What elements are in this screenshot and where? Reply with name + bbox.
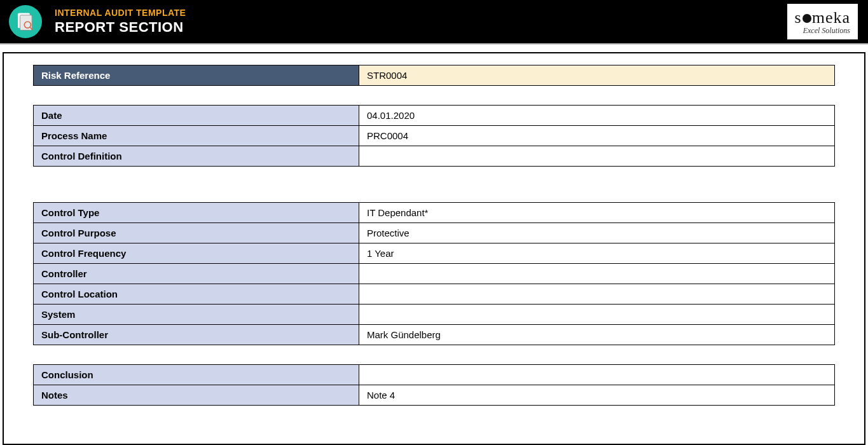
risk-reference-value[interactable]: STR0004 xyxy=(359,65,835,86)
control-type-label: Control Type xyxy=(34,203,359,223)
header-subtitle: INTERNAL AUDIT TEMPLATE xyxy=(55,8,186,18)
header-title: REPORT SECTION xyxy=(55,19,186,36)
table-row: Sub-Controller Mark Gündelberg xyxy=(34,325,835,345)
table-row: Control Frequency 1 Year xyxy=(34,243,835,264)
system-label: System xyxy=(34,305,359,325)
control-definition-value[interactable] xyxy=(359,146,835,167)
table-row: Process Name PRC0004 xyxy=(34,126,835,146)
table-row: Control Definition xyxy=(34,146,835,167)
header-titles: INTERNAL AUDIT TEMPLATE REPORT SECTION xyxy=(55,8,186,36)
notes-label: Notes xyxy=(34,385,359,406)
table-row: Control Type IT Dependant* xyxy=(34,203,835,223)
table-row: System xyxy=(34,305,835,325)
notes-value[interactable]: Note 4 xyxy=(359,385,835,406)
control-type-value[interactable]: IT Dependant* xyxy=(359,203,835,223)
control-location-value[interactable] xyxy=(359,284,835,305)
risk-reference-table: Risk Reference STR0004 xyxy=(33,65,835,86)
sub-controller-label: Sub-Controller xyxy=(34,325,359,345)
sub-controller-value[interactable]: Mark Gündelberg xyxy=(359,325,835,345)
table-row: Control Purpose Protective xyxy=(34,223,835,243)
general-info-table: Date 04.01.2020 Process Name PRC0004 Con… xyxy=(33,105,835,167)
report-sheet: Risk Reference STR0004 Date 04.01.2020 P… xyxy=(3,52,865,445)
control-definition-label: Control Definition xyxy=(34,146,359,167)
table-row: Controller xyxy=(34,264,835,284)
table-row: Risk Reference STR0004 xyxy=(34,65,835,86)
app-icon xyxy=(9,5,42,38)
controller-label: Controller xyxy=(34,264,359,284)
table-row: Date 04.01.2020 xyxy=(34,106,835,126)
table-row: Notes Note 4 xyxy=(34,385,835,406)
date-value[interactable]: 04.01.2020 xyxy=(359,106,835,126)
summary-table: Conclusion Notes Note 4 xyxy=(33,364,835,406)
conclusion-label: Conclusion xyxy=(34,365,359,385)
control-location-label: Control Location xyxy=(34,284,359,305)
control-details-table: Control Type IT Dependant* Control Purpo… xyxy=(33,202,835,345)
system-value[interactable] xyxy=(359,305,835,325)
brand-text-left: s xyxy=(795,8,802,27)
process-name-label: Process Name xyxy=(34,126,359,146)
control-frequency-value[interactable]: 1 Year xyxy=(359,243,835,264)
risk-reference-label: Risk Reference xyxy=(34,65,359,86)
control-purpose-label: Control Purpose xyxy=(34,223,359,243)
brand-name: smeka xyxy=(795,8,850,27)
process-name-value[interactable]: PRC0004 xyxy=(359,126,835,146)
brand-tagline: Excel Solutions xyxy=(803,26,850,36)
controller-value[interactable] xyxy=(359,264,835,284)
brand-text-right: meka xyxy=(812,8,850,27)
conclusion-value[interactable] xyxy=(359,365,835,385)
table-row: Conclusion xyxy=(34,365,835,385)
control-frequency-label: Control Frequency xyxy=(34,243,359,264)
control-purpose-value[interactable]: Protective xyxy=(359,223,835,243)
table-row: Control Location xyxy=(34,284,835,305)
brand-logo: smeka Excel Solutions xyxy=(787,4,858,39)
header-bar: INTERNAL AUDIT TEMPLATE REPORT SECTION s… xyxy=(0,0,868,44)
date-label: Date xyxy=(34,106,359,126)
